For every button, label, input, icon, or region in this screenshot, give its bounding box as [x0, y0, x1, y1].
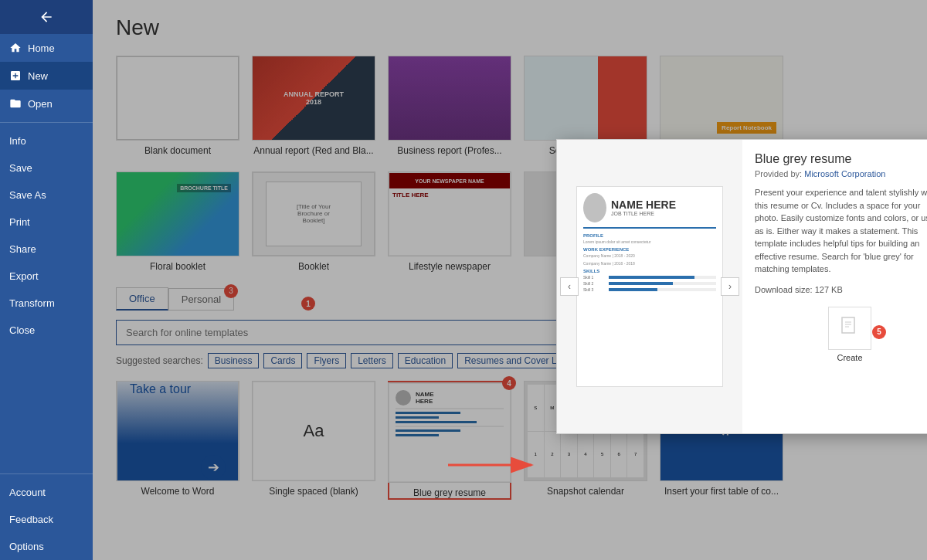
modal-preview-panel: ‹ NAME HERE JOB TITLE HERE PROFILE Lorem…: [557, 140, 742, 433]
modal-section-exp: WORK EXPERIENCE: [583, 247, 716, 252]
sidebar-item-open[interactable]: Open: [0, 90, 93, 117]
main-content: New Blank document ANNUAL REPORT2018 Ann…: [93, 0, 927, 560]
sidebar-item-transform-label: Transform: [9, 297, 55, 309]
sidebar-item-options-label: Options: [9, 541, 44, 552]
modal-preview-job: JOB TITLE HERE: [611, 211, 676, 216]
modal-description: Present your experience and talent styli…: [755, 186, 927, 276]
sidebar-item-home-label: Home: [28, 42, 55, 54]
modal-skills-bars: Skill 1 Skill 2 Skill 3: [583, 275, 716, 292]
modal-exp-text: Company Name | 2018 - 2020: [583, 253, 716, 258]
sidebar-item-options[interactable]: Options: [0, 533, 93, 560]
sidebar-item-export[interactable]: Export: [0, 263, 93, 290]
modal-section-skills: SKILLS: [583, 269, 716, 273]
modal-exp-text2: Company Name | 2016 - 2018: [583, 261, 716, 266]
sidebar-item-open-label: Open: [28, 98, 53, 110]
modal-name-block: NAME HERE JOB TITLE HERE: [611, 199, 676, 216]
sidebar-item-account[interactable]: Account: [0, 479, 93, 506]
modal-avatar: [583, 193, 606, 222]
modal-profile-text: Lorem ipsum dolor sit amet consectetur: [583, 239, 716, 244]
modal-preview-image: NAME HERE JOB TITLE HERE PROFILE Lorem i…: [576, 186, 723, 387]
red-arrow: [448, 453, 541, 477]
modal-resume-preview: ✕ ‹ NAME HERE JOB TITLE HERE: [556, 139, 927, 434]
modal-info-panel: Blue grey resume Provided by: Microsoft …: [742, 140, 927, 433]
sidebar-item-close-label: Close: [9, 324, 35, 336]
sidebar: Home New Open Info Save Save As Print Sh…: [0, 0, 93, 560]
sidebar-item-account-label: Account: [9, 487, 46, 498]
sidebar-item-close[interactable]: Close: [0, 317, 93, 344]
sidebar-item-feedback[interactable]: Feedback: [0, 506, 93, 533]
sidebar-item-info[interactable]: Info: [0, 127, 93, 154]
sidebar-bottom: Account Feedback Options: [0, 469, 93, 560]
sidebar-item-share[interactable]: Share: [0, 236, 93, 263]
svg-rect-2: [842, 317, 854, 333]
sidebar-item-feedback-label: Feedback: [9, 514, 53, 525]
modal-provider-link[interactable]: Microsoft Corporation: [804, 169, 885, 178]
modal-provider-label: Provided by:: [755, 169, 802, 178]
back-button[interactable]: [0, 0, 93, 34]
modal-overlay: ✕ ‹ NAME HERE JOB TITLE HERE: [93, 0, 927, 560]
sidebar-item-transform[interactable]: Transform: [0, 290, 93, 317]
sidebar-item-save-label: Save: [9, 162, 32, 174]
modal-download-size: Download size: 127 KB: [755, 285, 927, 294]
sidebar-item-home[interactable]: Home: [0, 34, 93, 62]
sidebar-item-print-label: Print: [9, 216, 30, 228]
modal-create-icon: [828, 307, 871, 350]
modal-prev-button[interactable]: ‹: [560, 277, 579, 296]
modal-next-button[interactable]: ›: [721, 277, 739, 296]
sidebar-item-save-as-label: Save As: [9, 189, 46, 201]
sidebar-item-export-label: Export: [9, 270, 39, 282]
sidebar-item-save[interactable]: Save: [0, 154, 93, 182]
modal-body: ‹ NAME HERE JOB TITLE HERE PROFILE Lorem…: [557, 140, 927, 433]
sidebar-item-save-as[interactable]: Save As: [0, 182, 93, 209]
modal-section-profile: PROFILE: [583, 233, 716, 238]
sidebar-item-new[interactable]: New: [0, 62, 93, 90]
modal-create-button[interactable]: Create 5: [755, 307, 927, 379]
sidebar-item-new-label: New: [28, 70, 48, 82]
modal-create-label: Create: [837, 353, 862, 362]
modal-preview-name: NAME HERE: [611, 199, 676, 211]
modal-provider: Provided by: Microsoft Corporation: [755, 169, 927, 178]
sidebar-item-share-label: Share: [9, 243, 36, 255]
sidebar-item-info-label: Info: [9, 135, 26, 147]
annotation-5: 5: [872, 325, 886, 339]
modal-title: Blue grey resume: [755, 152, 927, 166]
sidebar-item-print[interactable]: Print: [0, 209, 93, 236]
modal-divider: [583, 227, 716, 229]
